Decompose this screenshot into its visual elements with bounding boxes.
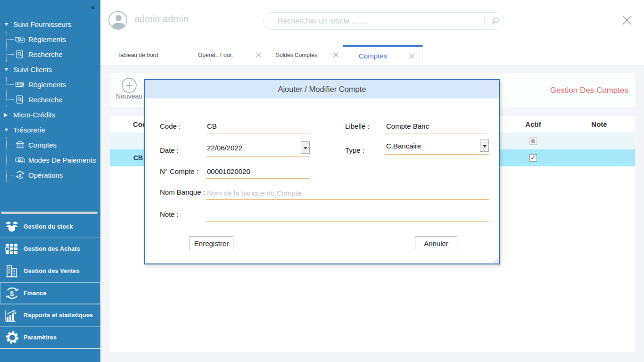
- sidebar-item-tresorerie[interactable]: ▼ Trésorerie: [0, 122, 100, 137]
- date-label: Date :: [160, 146, 179, 154]
- page-title: Gestion Des Comptes: [550, 73, 628, 107]
- tab-operat-four[interactable]: Opérat.. Four.: [198, 45, 262, 65]
- module-label: Gestion des Ventes: [24, 268, 80, 274]
- tab-label: Opérat.. Four.: [198, 52, 233, 58]
- gear-icon: [5, 330, 24, 345]
- svg-text:$: $: [10, 289, 14, 297]
- column-header-note[interactable]: Note: [580, 116, 618, 132]
- column-header-actif[interactable]: Actif: [514, 116, 552, 132]
- sidebar-item-recherche-clients[interactable]: Recherche: [7, 92, 100, 107]
- tab-tableau-de-bord[interactable]: Tableau de bord: [117, 45, 158, 65]
- new-account-button[interactable]: Nouveau: [114, 75, 145, 106]
- sidebar-item-gestion-des-ventes[interactable]: Gestion des Ventes: [0, 260, 100, 282]
- sidebar-item-modes-de-paiements[interactable]: Modes De Paiements: [7, 152, 100, 167]
- tab-soldes-comptes[interactable]: Soldes Comptes: [276, 45, 339, 65]
- sidebar-item-parametres[interactable]: Paramètres: [0, 327, 100, 349]
- text-caret: [210, 209, 210, 218]
- cell-code: CB: [133, 149, 143, 166]
- tab-label: Tableau de bord: [117, 52, 158, 58]
- avatar-body-icon: [112, 23, 125, 30]
- collapse-sidebar-icon[interactable]: «: [91, 3, 95, 11]
- tree-label: Comptes: [28, 141, 57, 149]
- new-button-label: Nouveau: [114, 92, 145, 100]
- sidebar-item-gestion-des-achats[interactable]: Gestion des Achats: [0, 238, 100, 260]
- currency-cycle-icon: $: [15, 171, 25, 179]
- sidebar-item-suivi-fournisseurs[interactable]: ▼ Suivi Fournisseurs: [0, 16, 100, 32]
- tab-comptes[interactable]: Comptes: [343, 45, 423, 66]
- module-label: Gestion du stock: [24, 223, 73, 230]
- cancel-button[interactable]: Annuler: [415, 236, 457, 250]
- tab-label: Comptes: [343, 47, 403, 65]
- date-dropdown-icon[interactable]: [301, 141, 310, 154]
- search-input[interactable]: Rechercher un article ........: [263, 12, 504, 30]
- numero-compte-field[interactable]: 00001020020: [207, 167, 250, 175]
- close-icon[interactable]: [621, 15, 633, 26]
- search-icon[interactable]: [490, 16, 500, 28]
- dialog-title: Ajouter / Modifier Compte: [145, 80, 499, 99]
- tab-label: Soldes Comptes: [276, 52, 317, 58]
- libelle-underline: [385, 133, 489, 133]
- module-label: Gestion des Achats: [24, 246, 80, 252]
- libelle-label: Libellé :: [345, 122, 370, 130]
- chevron-right-icon: ▶: [4, 112, 13, 118]
- payments-icon: [15, 80, 25, 89]
- resize-grip[interactable]: [494, 258, 498, 263]
- nom-banque-field[interactable]: Nom de la banque du Compte: [207, 189, 301, 197]
- module-label: Finance: [24, 290, 47, 296]
- payments-icon: [15, 35, 25, 43]
- avatar-head-icon: [116, 15, 122, 21]
- chevron-down-icon: ▼: [4, 127, 13, 132]
- sidebar-item-suivi-clients[interactable]: ▼ Suivi Clients: [0, 62, 100, 77]
- sidebar-item-gestion-du-stock[interactable]: Gestion du stock: [0, 216, 100, 238]
- sidebar-item-rapports-et-statistiques[interactable]: $ Rapports et statistiques: [0, 304, 100, 327]
- type-field[interactable]: C.Bancaire: [386, 142, 421, 150]
- type-dropdown-icon[interactable]: [480, 140, 489, 152]
- libelle-field[interactable]: Compte Banc: [386, 122, 429, 130]
- date-field[interactable]: 22/06/2022: [207, 144, 242, 152]
- nom-banque-underline: [206, 199, 489, 200]
- tree-label: Suivi Fournisseurs: [13, 20, 71, 28]
- numero-compte-underline: [206, 178, 310, 179]
- building-icon: [5, 264, 24, 278]
- type-label: Type :: [345, 146, 364, 154]
- add-edit-account-dialog: Ajouter / Modifier Compte Code : CB Libe…: [144, 79, 500, 264]
- date-underline: [206, 156, 310, 156]
- sidebar-item-reglements-fournisseurs[interactable]: Règlements: [7, 32, 100, 47]
- note-underline: [206, 221, 489, 222]
- sidebar-item-reglements-clients[interactable]: Règlements: [7, 77, 100, 92]
- box-icon: [5, 220, 24, 234]
- plus-circle-icon: [121, 77, 137, 93]
- tab-strip: Tableau de bord Opérat.. Four. Soldes Co…: [100, 45, 644, 65]
- close-tab-icon[interactable]: [408, 53, 415, 61]
- save-button[interactable]: Enregistrer: [190, 236, 233, 250]
- tree-label: Recherche: [28, 50, 63, 58]
- tree-label: Trésorerie: [13, 126, 45, 134]
- close-tab-icon[interactable]: [256, 52, 262, 58]
- code-label: Code :: [160, 122, 181, 130]
- sidebar-item-operations[interactable]: $ Opérations: [7, 167, 100, 182]
- user-name: admin admin: [134, 14, 189, 25]
- sidebar-splitter[interactable]: [1, 212, 98, 214]
- sidebar-item-finance[interactable]: $ Finance: [0, 282, 100, 304]
- search-divider: [484, 16, 485, 26]
- tree-label: Suivi Clients: [13, 66, 52, 74]
- tree-label: Modes De Paiements: [28, 156, 96, 164]
- chevron-down-icon: ▼: [4, 21, 13, 27]
- tree-label: Règlements: [28, 35, 66, 43]
- payments-icon: [15, 156, 25, 164]
- tree-label: Micro-Crédits: [13, 111, 55, 119]
- nom-banque-label: Nom Banque :: [160, 188, 205, 196]
- actif-checkbox-checked[interactable]: ✓: [529, 154, 537, 162]
- svg-text:$: $: [14, 311, 17, 315]
- sidebar-item-comptes[interactable]: Comptes: [7, 137, 100, 152]
- bank-icon: [15, 140, 25, 149]
- close-tab-icon[interactable]: [333, 52, 339, 58]
- sidebar-item-recherche-fournisseurs[interactable]: Recherche: [7, 47, 100, 62]
- actif-checkbox-indeterminate[interactable]: [529, 137, 537, 145]
- code-field[interactable]: CB: [207, 122, 217, 130]
- dialog-titlebar[interactable]: Ajouter / Modifier Compte: [145, 80, 499, 99]
- chart-icon: $: [5, 308, 24, 322]
- chevron-down-icon: ▼: [4, 66, 13, 72]
- sidebar-item-micro-credits[interactable]: ▶ Micro-Crédits: [0, 107, 100, 122]
- tree-label: Règlements: [28, 81, 66, 89]
